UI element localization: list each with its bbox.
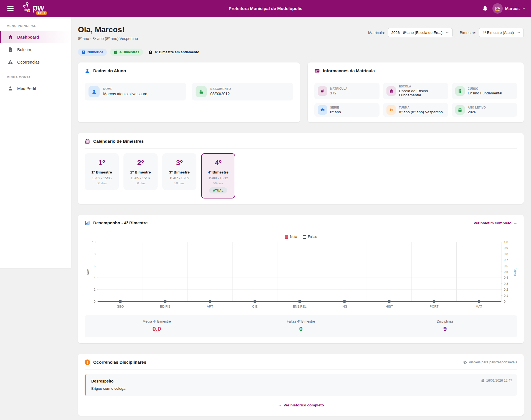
occurrence-datetime: 16/01/2026 12:47 xyxy=(481,379,512,383)
card-title: Calendario de Bimestres xyxy=(93,139,144,144)
sidebar-item-label: Meu Perfil xyxy=(17,86,36,91)
bimester-tile-3: 3º 3º Bimestre 15/07 - 15/09 50 dias xyxy=(162,153,196,190)
view-full-history-link[interactable]: → Ver historico completo xyxy=(278,403,324,407)
svg-text:GEO: GEO xyxy=(117,305,124,308)
app-logo[interactable]: pw EDU xyxy=(22,2,44,16)
sidebar-section-account: MINHA CONTA xyxy=(0,68,71,82)
sidebar-item-boletim[interactable]: Boletim xyxy=(0,43,71,56)
chart-legend: Nota Faltas xyxy=(85,235,517,239)
svg-text:8: 8 xyxy=(94,252,95,256)
calendar-icon xyxy=(85,139,90,144)
sidebar: MENU PRINCIPAL Dashboard Boletim Ocorren… xyxy=(0,17,71,268)
arrow-right-icon: → xyxy=(278,403,282,407)
performance-card: Desempenho - 4º Bimestre Ver boletim com… xyxy=(78,215,524,343)
svg-text:Nota: Nota xyxy=(86,268,90,275)
bimestre-status: 4º Bimestre em andamento xyxy=(148,50,199,54)
menu-toggle-button[interactable] xyxy=(6,4,15,13)
notifications-button[interactable] xyxy=(482,6,488,11)
svg-text:1,0: 1,0 xyxy=(504,240,508,244)
stat-disciplinas: Disciplinas 9 xyxy=(373,320,517,333)
svg-text:0,9: 0,9 xyxy=(504,246,508,250)
id-card-icon xyxy=(314,68,320,74)
svg-text:0,7: 0,7 xyxy=(504,258,508,261)
chevron-down-icon xyxy=(522,7,525,10)
bimester-tile-2: 2º 2º Bimestre 15/05 - 15/07 50 dias xyxy=(123,153,158,190)
curso-field: CURSO Ensino Fundamental xyxy=(452,83,517,99)
card-title: Informacoes da Matricula xyxy=(323,68,375,73)
svg-text:0,8: 0,8 xyxy=(504,252,508,256)
occurrences-card: ! Ocorrencias Disciplinares Visiveis par… xyxy=(78,354,524,416)
logo-edu-badge: EDU xyxy=(36,11,47,15)
sidebar-item-meu-perfil[interactable]: Meu Perfil xyxy=(0,82,71,95)
cake-icon xyxy=(196,86,207,97)
svg-text:HIST: HIST xyxy=(386,305,393,308)
avatar: pwEDU xyxy=(492,3,503,14)
performance-chart: 024681000,10,20,30,40,50,60,70,80,91,0GE… xyxy=(85,240,517,311)
hash-icon: # xyxy=(318,86,327,96)
greeting-subtitle: 8º ano - 8º ano (8º ano) Vespertino xyxy=(78,36,138,41)
stat-faltas: Faltas 4º Bimestre 0 xyxy=(229,320,373,333)
chevron-down-icon xyxy=(446,31,449,34)
arrow-right-icon: → xyxy=(514,221,517,225)
sidebar-item-dashboard[interactable]: Dashboard xyxy=(0,31,71,43)
svg-text:ART: ART xyxy=(207,305,213,308)
warning-triangle-icon xyxy=(8,59,13,65)
stat-media: Media 4º Bimestre 0.0 xyxy=(85,320,229,333)
person-icon xyxy=(88,86,100,97)
sidebar-item-ocorrencias[interactable]: Ocorrencias xyxy=(0,56,71,68)
calculator-icon xyxy=(82,50,85,54)
occurrence-item: Desrespeito Brigou com o colega 16/01/20… xyxy=(85,374,517,396)
svg-text:ING: ING xyxy=(342,305,347,308)
svg-text:ENS.REL: ENS.REL xyxy=(293,305,307,308)
bimestres-badge: 4 Bimestres xyxy=(110,49,143,56)
document-icon xyxy=(8,47,13,52)
bimestre-select[interactable]: 4º Bimestre (Atual) xyxy=(479,28,524,37)
sidebar-item-label: Boletim xyxy=(17,47,31,52)
school-icon xyxy=(386,86,396,96)
user-menu[interactable]: pwEDU Marcos xyxy=(492,3,525,14)
matricula-label: Matricula: xyxy=(368,31,385,35)
enrollment-info-card: Informacoes da Matricula # MATRICULA 172 xyxy=(308,62,524,122)
greeting-title: Ola, Marcos! xyxy=(78,25,138,34)
card-title: Ocorrencias Disciplinares xyxy=(93,360,146,365)
bimester-tile-4-current: 4º 4º Bimestre 15/09 - 15/12 50 dias ATU… xyxy=(201,153,235,198)
svg-text:CIE: CIE xyxy=(252,305,258,308)
legend-nota: Nota xyxy=(285,235,297,239)
svg-text:2: 2 xyxy=(94,288,95,291)
svg-text:Faltas: Faltas xyxy=(514,268,517,276)
sidebar-item-label: Dashboard xyxy=(17,35,39,39)
svg-text:0,5: 0,5 xyxy=(504,270,508,273)
sidebar-section-main: MENU PRINCIPAL xyxy=(0,17,71,31)
student-birthdate-field: NASCIMENTO 08/03/2012 xyxy=(192,83,293,100)
student-data-card: Dados do Aluno NOME Marcos atonio silva … xyxy=(78,62,300,122)
turma-field: TURMA 8º ano (8º ano) Vespertino xyxy=(383,103,448,117)
serie-field: SERIE 8º ano xyxy=(314,103,380,117)
bar-chart-icon xyxy=(85,220,90,226)
svg-text:0,3: 0,3 xyxy=(504,282,508,285)
bell-icon xyxy=(482,6,488,11)
network-icon xyxy=(22,2,32,13)
escola-field: ESCOLA Escola de Ensino Fundamental xyxy=(383,83,448,99)
user-name: Marcos xyxy=(505,6,520,11)
home-icon xyxy=(8,34,13,40)
atual-badge: ATUAL xyxy=(209,187,227,193)
legend-faltas: Faltas xyxy=(303,235,317,239)
svg-text:6: 6 xyxy=(94,264,95,268)
calendar-check-icon xyxy=(114,50,118,54)
bimester-tile-1: 1º 1º Bimestre 15/02 - 15/05 50 dias xyxy=(85,153,119,190)
svg-text:4: 4 xyxy=(94,276,95,279)
card-title: Desempenho - 4º Bimestre xyxy=(93,220,148,225)
chevron-down-icon xyxy=(517,31,520,34)
sidebar-item-label: Ocorrencias xyxy=(17,60,40,64)
main-content: Ola, Marcos! 8º ano - 8º ano (8º ano) Ve… xyxy=(71,17,531,420)
svg-text:MAT: MAT xyxy=(476,305,482,308)
student-name-field: NOME Marcos atonio silva sauro xyxy=(85,83,186,100)
view-full-report-link[interactable]: Ver boletim completo → xyxy=(474,221,517,225)
numerica-badge: Numerica xyxy=(78,49,107,56)
matricula-select-value: 2026 - 8º ano (Escola de En...) xyxy=(391,31,442,35)
card-title: Dados do Aluno xyxy=(93,68,126,73)
matricula-select[interactable]: 2026 - 8º ano (Escola de En...) xyxy=(388,28,452,37)
ano-letivo-field: ANO LETIVO 2026 xyxy=(452,103,517,117)
exclamation-circle-icon: ! xyxy=(85,359,90,365)
bimestre-label: Bimestre: xyxy=(460,31,476,35)
